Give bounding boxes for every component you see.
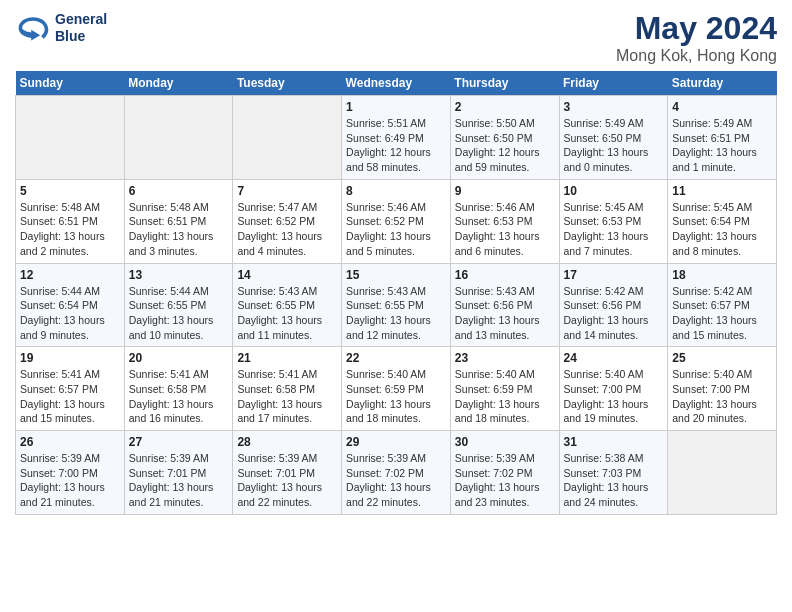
- day-info: Sunrise: 5:45 AM Sunset: 6:54 PM Dayligh…: [672, 200, 772, 259]
- week-row-4: 19Sunrise: 5:41 AM Sunset: 6:57 PM Dayli…: [16, 347, 777, 431]
- weekday-header-tuesday: Tuesday: [233, 71, 342, 96]
- day-info: Sunrise: 5:41 AM Sunset: 6:57 PM Dayligh…: [20, 367, 120, 426]
- day-number: 14: [237, 268, 337, 282]
- day-info: Sunrise: 5:49 AM Sunset: 6:50 PM Dayligh…: [564, 116, 664, 175]
- day-number: 22: [346, 351, 446, 365]
- day-number: 23: [455, 351, 555, 365]
- calendar-cell: 6Sunrise: 5:48 AM Sunset: 6:51 PM Daylig…: [124, 179, 233, 263]
- day-info: Sunrise: 5:42 AM Sunset: 6:57 PM Dayligh…: [672, 284, 772, 343]
- logo-icon: [15, 10, 51, 46]
- calendar-cell: 1Sunrise: 5:51 AM Sunset: 6:49 PM Daylig…: [342, 96, 451, 180]
- day-info: Sunrise: 5:50 AM Sunset: 6:50 PM Dayligh…: [455, 116, 555, 175]
- calendar-cell: 28Sunrise: 5:39 AM Sunset: 7:01 PM Dayli…: [233, 431, 342, 515]
- day-number: 30: [455, 435, 555, 449]
- calendar-cell: 7Sunrise: 5:47 AM Sunset: 6:52 PM Daylig…: [233, 179, 342, 263]
- day-number: 19: [20, 351, 120, 365]
- calendar-cell: 21Sunrise: 5:41 AM Sunset: 6:58 PM Dayli…: [233, 347, 342, 431]
- calendar-cell: [124, 96, 233, 180]
- calendar-cell: 29Sunrise: 5:39 AM Sunset: 7:02 PM Dayli…: [342, 431, 451, 515]
- calendar-cell: 10Sunrise: 5:45 AM Sunset: 6:53 PM Dayli…: [559, 179, 668, 263]
- calendar-cell: 27Sunrise: 5:39 AM Sunset: 7:01 PM Dayli…: [124, 431, 233, 515]
- calendar-cell: 24Sunrise: 5:40 AM Sunset: 7:00 PM Dayli…: [559, 347, 668, 431]
- calendar-cell: [233, 96, 342, 180]
- day-number: 6: [129, 184, 229, 198]
- day-info: Sunrise: 5:39 AM Sunset: 7:01 PM Dayligh…: [129, 451, 229, 510]
- week-row-1: 1Sunrise: 5:51 AM Sunset: 6:49 PM Daylig…: [16, 96, 777, 180]
- calendar-cell: 20Sunrise: 5:41 AM Sunset: 6:58 PM Dayli…: [124, 347, 233, 431]
- logo-text: General Blue: [55, 11, 107, 45]
- day-number: 15: [346, 268, 446, 282]
- day-info: Sunrise: 5:44 AM Sunset: 6:55 PM Dayligh…: [129, 284, 229, 343]
- day-info: Sunrise: 5:41 AM Sunset: 6:58 PM Dayligh…: [129, 367, 229, 426]
- calendar-cell: 8Sunrise: 5:46 AM Sunset: 6:52 PM Daylig…: [342, 179, 451, 263]
- day-number: 10: [564, 184, 664, 198]
- day-info: Sunrise: 5:45 AM Sunset: 6:53 PM Dayligh…: [564, 200, 664, 259]
- day-info: Sunrise: 5:49 AM Sunset: 6:51 PM Dayligh…: [672, 116, 772, 175]
- day-info: Sunrise: 5:42 AM Sunset: 6:56 PM Dayligh…: [564, 284, 664, 343]
- day-number: 1: [346, 100, 446, 114]
- day-number: 21: [237, 351, 337, 365]
- day-info: Sunrise: 5:44 AM Sunset: 6:54 PM Dayligh…: [20, 284, 120, 343]
- weekday-header-sunday: Sunday: [16, 71, 125, 96]
- calendar-cell: 14Sunrise: 5:43 AM Sunset: 6:55 PM Dayli…: [233, 263, 342, 347]
- calendar-cell: 15Sunrise: 5:43 AM Sunset: 6:55 PM Dayli…: [342, 263, 451, 347]
- calendar-cell: 23Sunrise: 5:40 AM Sunset: 6:59 PM Dayli…: [450, 347, 559, 431]
- calendar-cell: 4Sunrise: 5:49 AM Sunset: 6:51 PM Daylig…: [668, 96, 777, 180]
- calendar-cell: [16, 96, 125, 180]
- day-number: 20: [129, 351, 229, 365]
- calendar-cell: 31Sunrise: 5:38 AM Sunset: 7:03 PM Dayli…: [559, 431, 668, 515]
- day-info: Sunrise: 5:39 AM Sunset: 7:00 PM Dayligh…: [20, 451, 120, 510]
- day-number: 3: [564, 100, 664, 114]
- day-info: Sunrise: 5:39 AM Sunset: 7:01 PM Dayligh…: [237, 451, 337, 510]
- day-info: Sunrise: 5:40 AM Sunset: 6:59 PM Dayligh…: [346, 367, 446, 426]
- day-info: Sunrise: 5:48 AM Sunset: 6:51 PM Dayligh…: [20, 200, 120, 259]
- day-info: Sunrise: 5:43 AM Sunset: 6:55 PM Dayligh…: [346, 284, 446, 343]
- day-info: Sunrise: 5:40 AM Sunset: 6:59 PM Dayligh…: [455, 367, 555, 426]
- calendar-cell: 16Sunrise: 5:43 AM Sunset: 6:56 PM Dayli…: [450, 263, 559, 347]
- calendar-cell: [668, 431, 777, 515]
- day-info: Sunrise: 5:47 AM Sunset: 6:52 PM Dayligh…: [237, 200, 337, 259]
- day-info: Sunrise: 5:41 AM Sunset: 6:58 PM Dayligh…: [237, 367, 337, 426]
- weekday-header-monday: Monday: [124, 71, 233, 96]
- weekday-header-saturday: Saturday: [668, 71, 777, 96]
- calendar-cell: 9Sunrise: 5:46 AM Sunset: 6:53 PM Daylig…: [450, 179, 559, 263]
- logo: General Blue: [15, 10, 107, 46]
- day-number: 7: [237, 184, 337, 198]
- day-number: 16: [455, 268, 555, 282]
- weekday-header-wednesday: Wednesday: [342, 71, 451, 96]
- title-block: May 2024 Mong Kok, Hong Kong: [616, 10, 777, 65]
- calendar-cell: 30Sunrise: 5:39 AM Sunset: 7:02 PM Dayli…: [450, 431, 559, 515]
- day-number: 25: [672, 351, 772, 365]
- day-number: 29: [346, 435, 446, 449]
- calendar-cell: 5Sunrise: 5:48 AM Sunset: 6:51 PM Daylig…: [16, 179, 125, 263]
- day-info: Sunrise: 5:43 AM Sunset: 6:55 PM Dayligh…: [237, 284, 337, 343]
- day-number: 8: [346, 184, 446, 198]
- day-info: Sunrise: 5:38 AM Sunset: 7:03 PM Dayligh…: [564, 451, 664, 510]
- day-info: Sunrise: 5:39 AM Sunset: 7:02 PM Dayligh…: [346, 451, 446, 510]
- day-number: 9: [455, 184, 555, 198]
- day-number: 2: [455, 100, 555, 114]
- weekday-header-friday: Friday: [559, 71, 668, 96]
- subtitle: Mong Kok, Hong Kong: [616, 47, 777, 65]
- day-number: 27: [129, 435, 229, 449]
- calendar-cell: 12Sunrise: 5:44 AM Sunset: 6:54 PM Dayli…: [16, 263, 125, 347]
- day-info: Sunrise: 5:51 AM Sunset: 6:49 PM Dayligh…: [346, 116, 446, 175]
- day-number: 24: [564, 351, 664, 365]
- calendar-cell: 25Sunrise: 5:40 AM Sunset: 7:00 PM Dayli…: [668, 347, 777, 431]
- day-number: 31: [564, 435, 664, 449]
- main-title: May 2024: [616, 10, 777, 47]
- day-number: 17: [564, 268, 664, 282]
- day-number: 4: [672, 100, 772, 114]
- calendar-cell: 13Sunrise: 5:44 AM Sunset: 6:55 PM Dayli…: [124, 263, 233, 347]
- calendar-cell: 26Sunrise: 5:39 AM Sunset: 7:00 PM Dayli…: [16, 431, 125, 515]
- calendar-cell: 2Sunrise: 5:50 AM Sunset: 6:50 PM Daylig…: [450, 96, 559, 180]
- day-info: Sunrise: 5:43 AM Sunset: 6:56 PM Dayligh…: [455, 284, 555, 343]
- day-number: 12: [20, 268, 120, 282]
- day-info: Sunrise: 5:46 AM Sunset: 6:52 PM Dayligh…: [346, 200, 446, 259]
- calendar-table: SundayMondayTuesdayWednesdayThursdayFrid…: [15, 71, 777, 515]
- day-number: 18: [672, 268, 772, 282]
- calendar-cell: 22Sunrise: 5:40 AM Sunset: 6:59 PM Dayli…: [342, 347, 451, 431]
- calendar-cell: 3Sunrise: 5:49 AM Sunset: 6:50 PM Daylig…: [559, 96, 668, 180]
- day-number: 13: [129, 268, 229, 282]
- calendar-cell: 17Sunrise: 5:42 AM Sunset: 6:56 PM Dayli…: [559, 263, 668, 347]
